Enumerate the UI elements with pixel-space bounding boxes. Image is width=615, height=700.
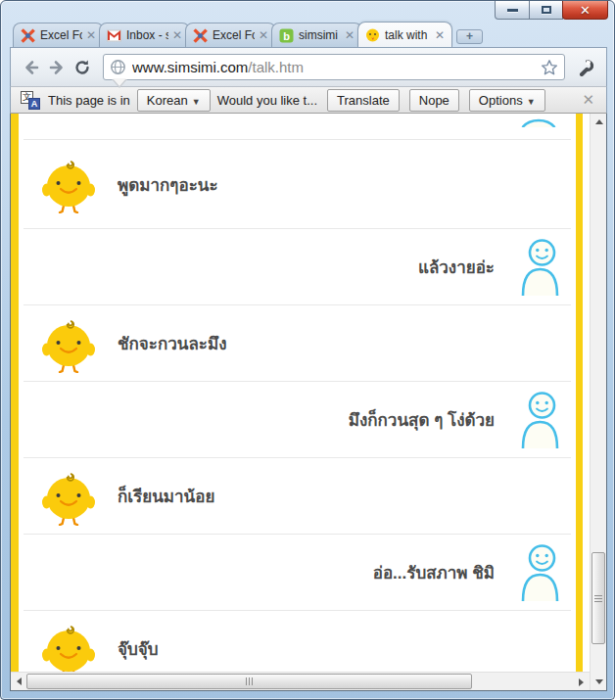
simsimi-b-icon: b bbox=[279, 28, 294, 43]
chat-row-partial bbox=[19, 114, 576, 139]
window-controls: ✕ bbox=[496, 1, 608, 20]
user-avatar-icon bbox=[520, 239, 559, 296]
simsimi-message: จุ๊บจุ๊บ bbox=[118, 635, 159, 662]
user-message: อ่อ...รับสภาพ ชิมิ bbox=[373, 559, 495, 585]
minimize-button[interactable] bbox=[495, 1, 530, 20]
user-avatar-icon bbox=[520, 392, 559, 448]
reload-icon bbox=[72, 58, 92, 77]
scroll-down-icon bbox=[595, 679, 603, 684]
gmail-icon bbox=[107, 28, 121, 43]
tab-talk-with-active[interactable]: talk with ✕ bbox=[357, 22, 452, 47]
right-accent-strip bbox=[576, 114, 583, 672]
url-host: www.simsimi.com bbox=[132, 59, 248, 75]
simsimi-message: พูดมากๆอะนะ bbox=[118, 171, 218, 198]
horizontal-scrollbar[interactable] bbox=[11, 672, 590, 690]
new-tab-button[interactable]: + bbox=[456, 29, 483, 44]
scroll-up-icon bbox=[595, 119, 603, 124]
globe-icon bbox=[110, 59, 126, 75]
scroll-right-button[interactable] bbox=[573, 673, 590, 691]
translate-icon: 文 A bbox=[21, 91, 40, 110]
tab-label: Excel For bbox=[213, 28, 255, 42]
bookmark-star-icon[interactable] bbox=[541, 59, 558, 76]
infobar-prefix-text: This page is in bbox=[48, 93, 130, 108]
chevron-down-icon: ▼ bbox=[527, 97, 536, 107]
browser-window: ✕ Excel For ✕ Inbox - s ✕ Excel For ✕ b … bbox=[0, 0, 615, 700]
close-icon: ✕ bbox=[580, 3, 591, 18]
user-message: แล้วงายอ่ะ bbox=[418, 254, 495, 280]
tab-label: Inbox - s bbox=[126, 28, 168, 42]
chat-row-simsimi: ชักจะกวนละมึง bbox=[19, 305, 576, 381]
tab-simsimi-home[interactable]: b simsimi ✕ bbox=[271, 23, 362, 47]
maximize-button[interactable] bbox=[529, 1, 563, 20]
translate-button[interactable]: Translate bbox=[327, 89, 400, 112]
infobar-question-text: Would you like t... bbox=[217, 93, 317, 108]
mrexcel-icon bbox=[21, 28, 35, 43]
horizontal-scrollbar-thumb[interactable] bbox=[26, 674, 472, 689]
reload-button[interactable] bbox=[70, 55, 95, 80]
chat-row-simsimi: จุ๊บจุ๊บ bbox=[19, 611, 576, 672]
tab-gmail-inbox[interactable]: Inbox - s ✕ bbox=[99, 23, 190, 47]
infobar-pointer bbox=[112, 79, 127, 88]
chat-row-user: อ่อ...รับสภาพ ชิมิ bbox=[19, 535, 576, 610]
page-content: พูดมากๆอะนะ แล้วงายอ่ะ ชักจะกวนละมึง มึง… bbox=[10, 114, 607, 691]
tab-excel-forum-2[interactable]: Excel For ✕ bbox=[185, 23, 276, 47]
tab-close-icon[interactable]: ✕ bbox=[172, 29, 182, 41]
scroll-up-button[interactable] bbox=[591, 114, 607, 130]
simsimi-avatar-icon bbox=[41, 467, 96, 526]
left-accent-strip bbox=[11, 114, 19, 672]
chat-row-simsimi: ก็เรียนมาน้อย bbox=[19, 458, 576, 534]
maximize-icon bbox=[542, 6, 551, 14]
tab-close-icon[interactable]: ✕ bbox=[86, 29, 96, 41]
scroll-down-button[interactable] bbox=[591, 674, 607, 690]
wrench-icon bbox=[577, 59, 594, 76]
scroll-right-icon bbox=[579, 678, 584, 686]
simsimi-message: ก็เรียนมาน้อย bbox=[118, 483, 214, 509]
tab-label: talk with bbox=[385, 28, 431, 42]
translate-infobar: 文 A This page is in Korean▼ Would you li… bbox=[10, 87, 607, 114]
simsimi-message: ชักจะกวนละมึง bbox=[118, 330, 226, 356]
back-arrow-icon bbox=[22, 58, 41, 77]
vertical-scrollbar[interactable] bbox=[590, 114, 606, 690]
simsimi-avatar-icon bbox=[41, 620, 96, 673]
close-window-button[interactable]: ✕ bbox=[562, 1, 608, 20]
tab-strip: Excel For ✕ Inbox - s ✕ Excel For ✕ b si… bbox=[13, 23, 506, 47]
chat-row-user: แล้วงายอ่ะ bbox=[19, 229, 576, 304]
tab-excel-forum-1[interactable]: Excel For ✕ bbox=[13, 23, 104, 47]
navigation-toolbar: www.simsimi.com/talk.htm bbox=[10, 47, 607, 87]
simsimi-avatar-icon bbox=[41, 314, 96, 373]
minimize-icon bbox=[507, 9, 518, 12]
tab-label: Excel For bbox=[40, 28, 82, 42]
chat-area: พูดมากๆอะนะ แล้วงายอ่ะ ชักจะกวนละมึง มึง… bbox=[19, 114, 576, 672]
address-bar[interactable]: www.simsimi.com/talk.htm bbox=[103, 54, 565, 80]
url-path: /talk.htm bbox=[248, 59, 304, 75]
tab-label: simsimi bbox=[299, 28, 341, 42]
back-button[interactable] bbox=[19, 55, 44, 80]
wrench-menu-button[interactable] bbox=[573, 55, 598, 80]
tab-close-icon[interactable]: ✕ bbox=[435, 29, 445, 41]
mrexcel-icon bbox=[193, 28, 208, 43]
svg-text:b: b bbox=[283, 29, 290, 41]
nope-button[interactable]: Nope bbox=[409, 89, 459, 112]
chat-row-simsimi: พูดมากๆอะนะ bbox=[19, 140, 576, 228]
forward-arrow-icon bbox=[47, 58, 67, 77]
chat-row-user: มึงก็กวนสุด ๆ โง่ด้วย bbox=[19, 382, 576, 457]
forward-button[interactable] bbox=[44, 55, 70, 80]
tab-close-icon[interactable]: ✕ bbox=[259, 29, 268, 41]
simsimi-avatar-icon bbox=[41, 155, 96, 213]
options-dropdown[interactable]: Options▼ bbox=[469, 89, 545, 112]
chevron-down-icon: ▼ bbox=[192, 97, 201, 107]
url-text: www.simsimi.com/talk.htm bbox=[132, 59, 541, 75]
user-avatar-icon-partial bbox=[521, 114, 556, 127]
user-avatar-icon bbox=[520, 544, 559, 601]
vertical-scrollbar-thumb[interactable] bbox=[591, 552, 605, 644]
infobar-close-icon[interactable]: ✕ bbox=[580, 91, 596, 109]
tab-close-icon[interactable]: ✕ bbox=[345, 29, 355, 41]
scroll-left-button[interactable] bbox=[11, 673, 27, 691]
user-message: มึงก็กวนสุด ๆ โง่ด้วย bbox=[349, 406, 495, 433]
language-dropdown[interactable]: Korean▼ bbox=[137, 89, 211, 112]
simsimi-chick-icon bbox=[365, 27, 380, 42]
scroll-left-icon bbox=[17, 677, 22, 685]
